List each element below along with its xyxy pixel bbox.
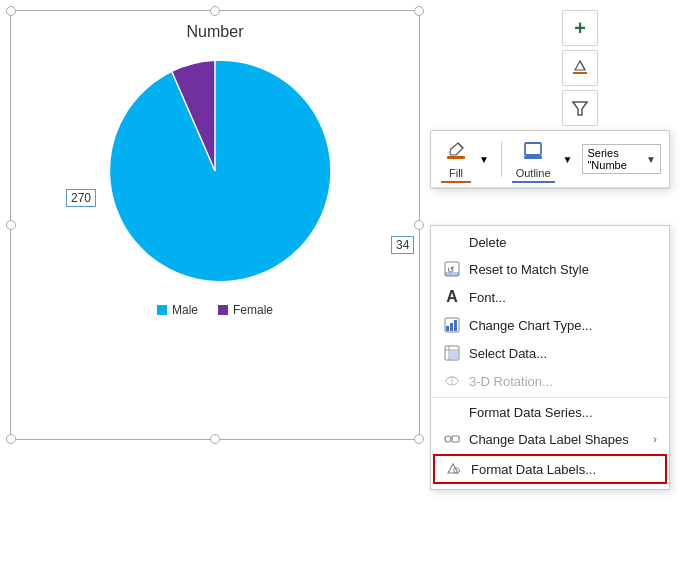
fill-icon [445, 139, 467, 166]
fill-dropdown-arrow[interactable]: ▼ [479, 154, 489, 165]
menu-item-delete[interactable]: Delete [431, 230, 669, 255]
legend-female-label: Female [233, 303, 273, 317]
handle-top-mid[interactable] [210, 6, 220, 16]
menu-change-chart-label: Change Chart Type... [469, 318, 592, 333]
svg-rect-7 [447, 156, 465, 159]
pie-chart [11, 51, 419, 291]
tab-divider [501, 141, 502, 177]
menu-reset-style-label: Reset to Match Style [469, 262, 589, 277]
svg-rect-3 [218, 305, 228, 315]
svg-rect-9 [524, 156, 542, 159]
menu-label-shapes-label: Change Data Label Shapes [469, 432, 629, 447]
svg-line-5 [580, 61, 585, 70]
svg-rect-4 [573, 72, 587, 74]
handle-bot-mid[interactable] [210, 434, 220, 444]
legend-male: Male [157, 303, 198, 317]
outline-dropdown-arrow[interactable]: ▼ [563, 154, 573, 165]
legend-male-label: Male [172, 303, 198, 317]
svg-rect-16 [454, 320, 457, 331]
menu-item-format-labels[interactable]: Format Data Labels... [433, 454, 667, 484]
filter-button[interactable] [562, 90, 598, 126]
label-shapes-icon [443, 430, 461, 448]
svg-point-23 [445, 436, 451, 442]
svg-rect-24 [452, 436, 459, 442]
data-label-270: 270 [66, 189, 96, 207]
handle-bot-left[interactable] [6, 434, 16, 444]
format-tab-fill[interactable]: Fill [439, 137, 473, 181]
series-dropdown-arrow: ▼ [646, 154, 656, 165]
handle-mid-right[interactable] [414, 220, 424, 230]
svg-rect-15 [450, 323, 453, 331]
menu-font-label: Font... [469, 290, 506, 305]
fill-tab-underline [441, 181, 471, 183]
menu-item-font[interactable]: A Font... [431, 283, 669, 311]
font-icon: A [443, 288, 461, 306]
handle-bot-right[interactable] [414, 434, 424, 444]
svg-rect-8 [525, 143, 541, 155]
label-shapes-arrow: › [653, 433, 657, 445]
menu-select-data-label: Select Data... [469, 346, 547, 361]
menu-item-format-series[interactable]: Format Data Series... [431, 400, 669, 425]
add-element-button[interactable]: + [562, 10, 598, 46]
outline-label: Outline [516, 167, 551, 179]
svg-marker-6 [573, 102, 587, 115]
outline-tab-underline [512, 181, 555, 183]
select-data-icon [443, 344, 461, 362]
menu-format-series-label: Format Data Series... [469, 405, 593, 420]
series-dropdown[interactable]: Series "Numbe ▼ [582, 144, 661, 174]
svg-rect-20 [450, 351, 458, 359]
fill-label: Fill [449, 167, 463, 179]
menu-format-labels-label: Format Data Labels... [471, 462, 596, 477]
legend-female: Female [218, 303, 273, 317]
handle-top-left[interactable] [6, 6, 16, 16]
context-menu: Delete ↺ Reset to Match Style A Font... … [430, 225, 670, 490]
menu-item-change-label-shapes[interactable]: Change Data Label Shapes › [431, 425, 669, 453]
reset-style-icon: ↺ [443, 260, 461, 278]
right-toolbar: + [562, 10, 598, 126]
svg-rect-2 [157, 305, 167, 315]
menu-delete-label: Delete [469, 235, 507, 250]
outline-icon [522, 139, 544, 166]
format-panel: Fill ▼ Outline ▼ Series "Numbe ▼ [430, 130, 670, 189]
menu-item-reset-style[interactable]: ↺ Reset to Match Style [431, 255, 669, 283]
data-label-34: 34 [391, 236, 414, 254]
handle-top-right[interactable] [414, 6, 424, 16]
menu-3d-label: 3-D Rotation... [469, 374, 553, 389]
change-chart-icon [443, 316, 461, 334]
3d-rotation-icon [443, 372, 461, 390]
svg-rect-12 [445, 272, 459, 276]
format-button[interactable] [562, 50, 598, 86]
chart-area: Number Male Female 270 34 [10, 10, 420, 440]
handle-mid-left[interactable] [6, 220, 16, 230]
menu-item-select-data[interactable]: Select Data... [431, 339, 669, 367]
menu-item-change-chart[interactable]: Change Chart Type... [431, 311, 669, 339]
svg-rect-14 [446, 326, 449, 331]
series-label: Series "Numbe [587, 147, 642, 171]
format-tab-outline[interactable]: Outline [510, 137, 557, 181]
menu-separator-1 [431, 397, 669, 398]
chart-legend: Male Female [11, 303, 419, 317]
format-labels-icon [445, 460, 463, 478]
format-panel-header: Fill ▼ Outline ▼ Series "Numbe ▼ [431, 131, 669, 188]
menu-item-3d-rotation: 3-D Rotation... [431, 367, 669, 395]
